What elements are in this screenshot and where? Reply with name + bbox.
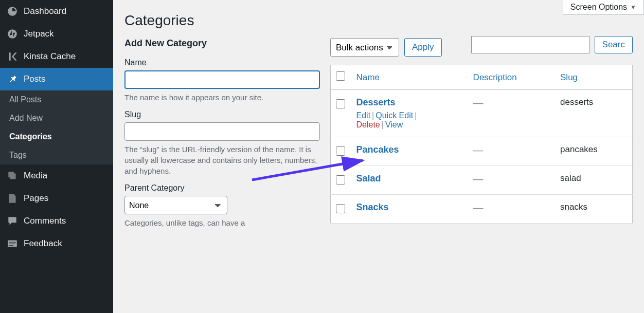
sidebar-submenu-posts: All Posts Add New Categories Tags bbox=[0, 90, 113, 164]
table-row: Salad—salad bbox=[331, 166, 633, 195]
search-input[interactable] bbox=[471, 36, 589, 53]
add-category-form: Add New Category Name The name is how it… bbox=[124, 38, 320, 228]
sidebar-label: Dashboard bbox=[24, 6, 66, 16]
parent-label: Parent Category bbox=[124, 183, 320, 193]
sidebar-label: Posts bbox=[24, 74, 46, 84]
table-row: Pancakes—pancakes bbox=[331, 137, 633, 166]
category-name-link[interactable]: Pancakes bbox=[356, 144, 399, 155]
row-checkbox[interactable] bbox=[336, 204, 345, 213]
select-all-checkbox[interactable] bbox=[336, 71, 345, 81]
sidebar-sub-tags[interactable]: Tags bbox=[0, 146, 113, 164]
delete-link[interactable]: Delete bbox=[356, 120, 380, 129]
apply-button[interactable]: Apply bbox=[404, 38, 442, 57]
sidebar-sub-add-new[interactable]: Add New bbox=[0, 109, 113, 127]
slug-cell: salad bbox=[555, 166, 632, 195]
sidebar-item-comments[interactable]: Comments bbox=[0, 210, 113, 232]
bulk-action-select[interactable]: Bulk actions bbox=[330, 38, 399, 57]
kinsta-icon bbox=[6, 50, 19, 63]
edit-link[interactable]: Edit bbox=[356, 111, 371, 120]
table-row: DessertsEdit|Quick Edit|Delete|View—dess… bbox=[331, 90, 633, 137]
jetpack-icon bbox=[6, 28, 19, 40]
sidebar-sub-all-posts[interactable]: All Posts bbox=[0, 90, 113, 109]
slug-cell: desserts bbox=[555, 90, 632, 137]
slug-cell: snacks bbox=[555, 195, 632, 224]
sidebar-item-jetpack[interactable]: Jetpack bbox=[0, 23, 113, 45]
name-help: The name is how it appears on your site. bbox=[124, 92, 320, 103]
category-name-link[interactable]: Snacks bbox=[356, 202, 389, 212]
slug-input[interactable] bbox=[124, 122, 320, 141]
form-heading: Add New Category bbox=[124, 38, 320, 49]
slug-label: Slug bbox=[124, 110, 320, 119]
description-cell: — bbox=[473, 173, 484, 185]
sidebar-item-dashboard[interactable]: Dashboard bbox=[0, 0, 113, 23]
col-name[interactable]: Name bbox=[351, 65, 468, 90]
dashboard-icon bbox=[6, 5, 19, 17]
search-button[interactable]: Searc bbox=[595, 36, 633, 53]
search-row: Searc bbox=[471, 36, 633, 53]
comments-icon bbox=[6, 215, 19, 227]
col-description[interactable]: Description bbox=[468, 65, 555, 90]
chevron-down-icon: ▼ bbox=[630, 4, 636, 11]
sidebar-label: Comments bbox=[24, 216, 66, 226]
slug-cell: pancakes bbox=[555, 137, 632, 166]
sidebar-item-kinsta[interactable]: Kinsta Cache bbox=[0, 45, 113, 68]
sidebar-item-feedback[interactable]: Feedback bbox=[0, 232, 113, 255]
parent-help: Categories, unlike tags, can have a bbox=[124, 217, 320, 228]
row-checkbox[interactable] bbox=[336, 99, 345, 108]
view-link[interactable]: View bbox=[385, 120, 403, 129]
row-checkbox[interactable] bbox=[336, 146, 345, 156]
categories-table: Name Description Slug DessertsEdit|Quick… bbox=[330, 65, 633, 224]
sidebar-label: Jetpack bbox=[24, 29, 54, 39]
screen-options-button[interactable]: Screen Options ▼ bbox=[563, 0, 644, 15]
quick-edit-link[interactable]: Quick Edit bbox=[375, 111, 413, 120]
svg-point-0 bbox=[8, 29, 17, 39]
description-cell: — bbox=[473, 97, 484, 108]
sidebar-label: Pages bbox=[24, 193, 48, 204]
parent-select[interactable]: None bbox=[124, 196, 227, 214]
sidebar-item-pages[interactable]: Pages bbox=[0, 187, 113, 210]
description-cell: — bbox=[473, 144, 484, 156]
slug-help: The “slug” is the URL-friendly version o… bbox=[124, 144, 320, 176]
row-checkbox[interactable] bbox=[336, 175, 345, 185]
sidebar-sub-categories[interactable]: Categories bbox=[0, 127, 113, 146]
sidebar-label: Feedback bbox=[24, 238, 62, 249]
sidebar-item-media[interactable]: Media bbox=[0, 164, 113, 187]
name-input[interactable] bbox=[124, 70, 320, 89]
sidebar-item-posts[interactable]: Posts bbox=[0, 68, 113, 90]
sidebar-label: Media bbox=[24, 171, 47, 181]
screen-options-label: Screen Options bbox=[570, 3, 627, 12]
admin-sidebar: Dashboard Jetpack Kinsta Cache Posts All… bbox=[0, 0, 113, 313]
description-cell: — bbox=[473, 202, 484, 213]
page-title: Categories bbox=[124, 0, 633, 38]
media-icon bbox=[6, 170, 19, 182]
name-label: Name bbox=[124, 58, 320, 67]
pin-icon bbox=[6, 73, 19, 85]
col-slug[interactable]: Slug bbox=[555, 65, 632, 90]
row-actions: Edit|Quick Edit|Delete|View bbox=[356, 111, 463, 130]
feedback-icon bbox=[6, 237, 19, 250]
content-area: Screen Options ▼ Categories Searc Add Ne… bbox=[113, 0, 644, 313]
pages-icon bbox=[6, 192, 19, 205]
category-name-link[interactable]: Desserts bbox=[356, 97, 396, 107]
sidebar-label: Kinsta Cache bbox=[24, 51, 76, 62]
category-list: Bulk actions Apply Name Description Slug… bbox=[330, 38, 633, 224]
table-row: Snacks—snacks bbox=[331, 195, 633, 224]
category-name-link[interactable]: Salad bbox=[356, 173, 381, 183]
